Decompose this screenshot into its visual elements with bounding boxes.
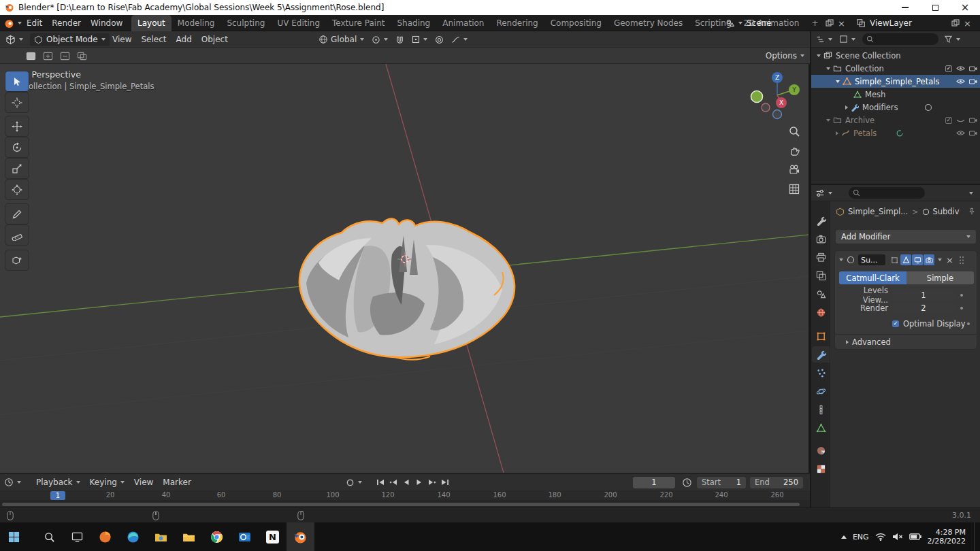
menu-view-timeline[interactable]: View [129,474,158,490]
add-modifier-dropdown[interactable]: Add Modifier [836,230,976,244]
menu-keying[interactable]: Keying [85,474,129,490]
workspace-tab-shading[interactable]: Shading [391,15,436,31]
properties-editor-type-button[interactable] [815,188,832,198]
properties-tab-texture[interactable] [812,461,830,477]
properties-tab-output[interactable] [812,249,830,265]
menu-playback[interactable]: Playback [31,474,85,490]
select-mode-subtract-icon[interactable] [60,52,70,61]
editor-type-button[interactable] [5,31,23,48]
outliner-row-modifiers[interactable]: Modifiers [811,101,980,114]
advanced-section-label[interactable]: Advanced [852,337,891,347]
collection-checkbox[interactable]: ✓ [945,65,952,72]
modifier-drag-handle[interactable] [959,256,964,265]
tool-cursor[interactable] [5,93,29,112]
maximize-button[interactable] [920,0,950,15]
animate-dot[interactable] [960,307,963,310]
frame-start-field[interactable]: Start1 [697,477,746,488]
taskbar-clock[interactable]: 4:28 PM 2/28/2022 [928,528,966,546]
timeline-scrollbar[interactable] [2,503,800,506]
previous-keyframe-button[interactable] [387,476,399,488]
tool-scale[interactable] [5,158,29,178]
tool-transform[interactable] [5,180,29,199]
properties-tab-particles[interactable] [812,365,830,381]
optimal-display-checkbox[interactable]: ✓ [892,320,899,327]
transform-orientation-dropdown[interactable]: Global [318,35,364,44]
properties-search[interactable] [849,187,925,199]
properties-tab-object-data[interactable] [812,420,830,436]
close-button[interactable]: × [950,0,980,15]
subsurf-modifier-icon[interactable] [924,103,932,112]
add-workspace-button[interactable]: + [805,15,824,31]
window-titlebar[interactable]: Blender* [D:\Learn to Rise\Fab Academy\G… [0,0,980,15]
taskbar-search-button[interactable] [35,522,63,551]
jump-to-end-button[interactable] [439,476,451,488]
menu-marker[interactable]: Marker [158,474,195,490]
breadcrumb-object-name[interactable]: Simple_Simpl... [848,207,908,216]
breadcrumb-modifier-name[interactable]: Subdiv [932,207,959,216]
battery-icon[interactable] [909,533,921,540]
hide-eye-icon[interactable] [956,117,965,123]
subdivision-type-catmull-clark[interactable]: Catmull-Clark [839,271,906,284]
gizmo-axis-neg-z[interactable] [773,110,782,119]
collection-checkbox[interactable]: ✓ [945,117,952,124]
camera-visibility-icon[interactable] [969,65,977,71]
delete-viewlayer-icon[interactable]: × [964,18,971,29]
3d-viewport[interactable]: User Perspective (1) Collection | Simple… [0,64,810,473]
object-breadcrumb-icon[interactable] [836,207,845,216]
notion-taskbar-icon[interactable]: N [259,522,287,551]
properties-tab-tool[interactable] [812,212,830,229]
workspace-tab-texture-paint[interactable]: Texture Paint [326,15,391,31]
blender-taskbar-icon[interactable] [287,522,314,551]
workspace-tab-layout[interactable]: Layout [131,15,172,31]
camera-visibility-icon[interactable] [969,78,977,84]
modifier-extras-chevron[interactable] [938,258,942,261]
delete-scene-icon[interactable]: × [838,18,845,29]
hide-eye-icon[interactable] [956,65,965,71]
outlook-taskbar-icon[interactable] [231,522,259,551]
properties-tab-modifiers[interactable] [812,346,830,363]
toggle-render-icon[interactable] [924,254,934,265]
outliner-row-scene-collection[interactable]: Scene Collection [811,49,980,62]
menu-render[interactable]: Render [47,15,86,31]
properties-search-input[interactable] [863,189,917,197]
snap-magnet-icon[interactable] [395,35,404,44]
current-frame-field[interactable]: 1 [633,477,675,488]
options-dropdown[interactable]: Options [766,48,804,64]
wifi-icon[interactable] [875,533,886,541]
timeline-ruler[interactable]: 20 40 60 80 100 120 140 160 180 200 220 … [0,490,810,500]
proportional-falloff-dropdown[interactable] [451,35,468,44]
outliner-row-simple-simple-petals[interactable]: Simple_Simple_Petals [811,75,980,88]
gizmo-axis-neg-y[interactable] [751,91,763,103]
workspace-tab-geometry-nodes[interactable]: Geometry Nodes [608,15,689,31]
file-explorer-taskbar-icon[interactable] [175,522,203,551]
hide-eye-icon[interactable] [956,130,965,136]
workspace-tab-uv-editing[interactable]: UV Editing [271,15,326,31]
toggle-ortho-button[interactable] [785,180,803,198]
edge-taskbar-icon[interactable] [119,522,147,551]
outliner-display-mode-button[interactable] [839,35,855,44]
menu-view[interactable]: View [108,31,136,48]
rose-object[interactable] [299,218,514,359]
levels-viewport-field[interactable]: 1 [892,290,955,301]
scene-selector[interactable]: Scene [725,15,772,31]
start-button[interactable] [0,522,28,551]
jump-to-start-button[interactable] [374,476,387,488]
tool-rotate[interactable] [5,137,29,157]
workspace-tab-sculpting[interactable]: Sculpting [220,15,271,31]
animate-dot[interactable] [960,294,963,297]
modifier-close-icon[interactable]: × [946,255,953,265]
properties-tab-object[interactable] [812,328,830,344]
chrome-taskbar-icon[interactable] [203,522,231,551]
toggle-edit-mode-icon[interactable] [900,254,911,265]
tool-select-box[interactable] [5,71,29,91]
task-view-button[interactable] [63,522,91,551]
animate-dot[interactable] [967,322,970,325]
tool-move[interactable] [5,116,29,136]
tool-annotate[interactable] [5,204,29,224]
outliner-row-mesh[interactable]: Mesh [811,88,980,101]
hide-eye-icon[interactable] [956,78,965,84]
playhead-frame-badge[interactable]: 1 [50,491,65,500]
outliner-filter-button[interactable] [944,35,960,44]
play-reverse-button[interactable] [400,476,412,488]
mode-selector[interactable]: Object Mode [30,33,110,46]
